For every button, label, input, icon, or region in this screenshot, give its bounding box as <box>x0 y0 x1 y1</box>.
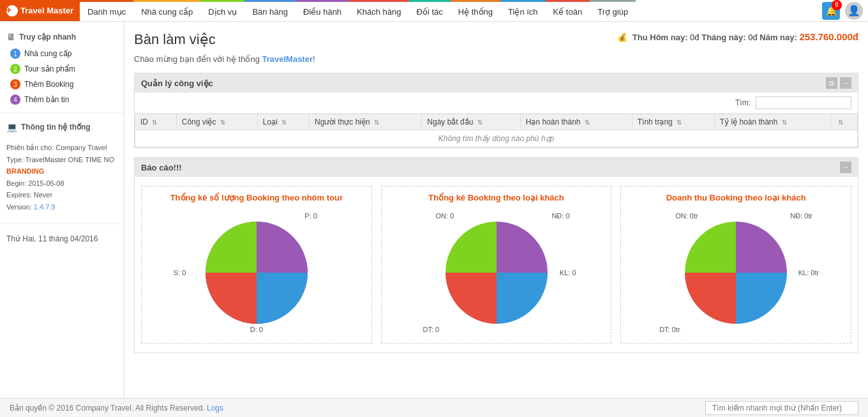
welcome-message: Chào mừng bạn đến với hệ thống TravelMas… <box>134 54 858 64</box>
col-han-hoan-thanh[interactable]: Hạn hoàn thành ⇅ <box>520 114 632 130</box>
logo[interactable]: ✈ Travel Master <box>0 0 80 21</box>
chart2-title: Thống kê Booking theo loại khách <box>388 193 605 202</box>
sidebar-item-them-booking[interactable]: 3 Thêm Booking <box>0 77 124 92</box>
chart2-label-dt: DT: 0 <box>423 326 440 333</box>
layout: 🖥 Truy cập nhanh 1 Nhà cung cấp 2 Tour s… <box>0 22 868 398</box>
sidebar-label-tour-san-pham: Tour sản phẩm <box>24 64 75 73</box>
nav-dieu-hanh[interactable]: Điều hành <box>296 0 349 21</box>
sidebar-item-them-ban-tin[interactable]: 4 Thêm bản tin <box>0 92 124 107</box>
revenue-thang-nay-label: Tháng này: <box>701 33 745 42</box>
col-ty-le[interactable]: Tỷ lệ hoàn thành ⇅ <box>714 114 830 130</box>
col-nguoi-thuc-hien[interactable]: Người thực hiện ⇅ <box>310 114 422 130</box>
report-section-controls: − <box>840 162 851 173</box>
nav-he-thong[interactable]: Hệ thống <box>451 0 500 21</box>
col-id[interactable]: ID ⇅ <box>135 114 177 130</box>
avatar[interactable]: 👤 <box>845 2 863 20</box>
revenue-thang-nay-amount: 0đ <box>748 33 757 42</box>
revenue-hom-nay-amount: 0đ <box>690 33 699 42</box>
chart1-title: Thống kê số lượng Booking theo nhóm tour <box>148 193 365 202</box>
pie-chart-1 <box>193 209 320 337</box>
nav-tien-ich[interactable]: Tiện ích <box>500 0 546 21</box>
chart-booking-loai-khach: Thống kê Booking theo loại khách ON: 0 N… <box>381 186 612 344</box>
welcome-end: ! <box>313 54 315 64</box>
task-collapse-button[interactable]: − <box>840 77 851 89</box>
main-nav: Danh mục Nhà cung cấp Dịch vụ Bán hàng Đ… <box>80 0 636 21</box>
sidebar: 🖥 Truy cập nhanh 1 Nhà cung cấp 2 Tour s… <box>0 22 124 398</box>
nav-khach-hang[interactable]: Khách hàng <box>349 0 408 21</box>
computer-icon: 💻 <box>6 122 17 132</box>
copyright-text: Bản quyền © 2016 Company Travel. All Rig… <box>10 404 205 413</box>
notification-badge: 8 <box>832 0 842 10</box>
nav-ban-hang[interactable]: Bán hàng <box>244 0 296 21</box>
nav-danh-muc[interactable]: Danh mục <box>80 0 133 21</box>
pie-chart-3 <box>672 209 800 337</box>
monitor-icon: 🖥 <box>6 32 15 42</box>
chart3-label-dt: DT: 0tr <box>659 326 680 333</box>
main-content: Bàn làm việc 💰 Thu Hôm nay: 0đ Tháng này… <box>124 22 868 398</box>
chart1-label-p: P: 0 <box>304 212 317 220</box>
col-cong-viec[interactable]: Công việc ⇅ <box>176 114 257 130</box>
logs-link[interactable]: Logs <box>207 404 223 413</box>
main-header: Bàn làm việc 💰 Thu Hôm nay: 0đ Tháng này… <box>134 31 858 48</box>
sidebar-num-2: 2 <box>10 64 20 74</box>
sidebar-item-tour-san-pham[interactable]: 2 Tour sản phẩm <box>0 61 124 77</box>
sidebar-label-them-booking: Thêm Booking <box>24 80 73 89</box>
report-collapse-button[interactable]: − <box>840 162 851 173</box>
system-line-6: Version: 1.4.7.9 <box>6 202 117 213</box>
quick-access-title: 🖥 Truy cập nhanh <box>0 28 124 46</box>
task-toolbar: Tìm: <box>135 93 858 114</box>
col-ngay-bat-dau[interactable]: Ngày bắt đầu ⇅ <box>422 114 520 130</box>
system-line-4: Begin: 2015-05-08 <box>6 178 117 189</box>
pie-chart-2 <box>433 209 560 337</box>
chart2-label-kl: KL: 0 <box>560 269 576 277</box>
chart2-label-on: ON: 0 <box>436 212 454 220</box>
nav-tro-giup[interactable]: Trợ giúp <box>590 0 636 21</box>
sidebar-divider-1 <box>0 112 124 113</box>
table-no-result-row: Không tìm thấy dòng nào phù hợp <box>135 130 858 148</box>
revenue-nam-nay-label: Năm nay: <box>760 33 797 42</box>
search-label: Tìm: <box>735 98 751 107</box>
nav-ke-toan[interactable]: Kế toán <box>546 0 590 21</box>
chart3-label-kl: KL: 0tr <box>798 269 819 277</box>
welcome-plain: Chào mừng bạn đến với hệ thống <box>134 54 262 64</box>
revenue-nam-nay-amount: 253.760.000đ <box>799 31 858 42</box>
task-expand-button[interactable]: ⧉ <box>826 77 837 89</box>
col-tinh-trang[interactable]: Tình trạng ⇅ <box>632 114 714 130</box>
sidebar-divider-2 <box>0 224 124 224</box>
sidebar-num-4: 4 <box>10 95 20 105</box>
col-loai[interactable]: Loại ⇅ <box>257 114 309 130</box>
col-actions: ⇅ <box>831 114 858 130</box>
nav-nha-cung-cap[interactable]: Nhà cung cấp <box>133 0 200 21</box>
no-result-text: Không tìm thấy dòng nào phù hợp <box>135 130 858 148</box>
logo-text: Travel Master <box>20 6 73 15</box>
sidebar-item-nha-cung-cap[interactable]: 1 Nhà cung cấp <box>0 46 124 61</box>
system-info-block: Phiên bản cho: Company Travel Type: Trav… <box>0 136 124 218</box>
top-nav: ✈ Travel Master Danh mục Nhà cung cấp Dị… <box>0 0 868 22</box>
sidebar-label-them-ban-tin: Thêm bản tin <box>24 95 69 104</box>
notification-button[interactable]: 🔔 8 <box>822 2 840 20</box>
task-section: Quản lý công việc ⧉ − Tìm: ID ⇅ Công việ… <box>134 73 858 148</box>
chart-doanh-thu-loai-khach: Doanh thu Booking theo loại khách ON: 0t… <box>620 186 851 344</box>
logo-icon: ✈ <box>6 5 18 17</box>
chart3-label-on: ON: 0tr <box>675 212 698 220</box>
nav-dich-vu[interactable]: Dịch vụ <box>200 0 244 21</box>
version-link[interactable]: 1.4.7.9 <box>34 203 56 211</box>
footer-copyright: Bản quyền © 2016 Company Travel. All Rig… <box>10 404 223 413</box>
report-section: Báo cáo!!! − Thống kê số lượng Booking t… <box>134 157 858 353</box>
report-section-title: Báo cáo!!! <box>141 163 182 172</box>
chart2-label-nd: NĐ: 0 <box>551 212 569 220</box>
task-section-controls: ⧉ − <box>826 77 851 89</box>
charts-grid: Thống kê số lượng Booking theo nhóm tour… <box>135 177 858 353</box>
chart-booking-nhom-tour: Thống kê số lượng Booking theo nhóm tour… <box>141 186 372 344</box>
nav-right: 🔔 8 👤 <box>822 2 868 20</box>
task-search-input[interactable] <box>756 96 851 109</box>
report-section-header: Báo cáo!!! − <box>135 158 858 177</box>
system-line-5: Expires: Never <box>6 190 117 201</box>
sidebar-num-1: 1 <box>10 49 20 59</box>
system-line-3: BRANDING <box>6 166 117 177</box>
footer: Bản quyền © 2016 Company Travel. All Rig… <box>0 398 868 417</box>
revenue-bar: 💰 Thu Hôm nay: 0đ Tháng này: 0đ Năm nay:… <box>617 31 858 42</box>
nav-doi-tac[interactable]: Đối tác <box>409 0 451 21</box>
footer-search-input[interactable] <box>705 401 858 415</box>
welcome-brand: TravelMaster <box>262 54 313 64</box>
